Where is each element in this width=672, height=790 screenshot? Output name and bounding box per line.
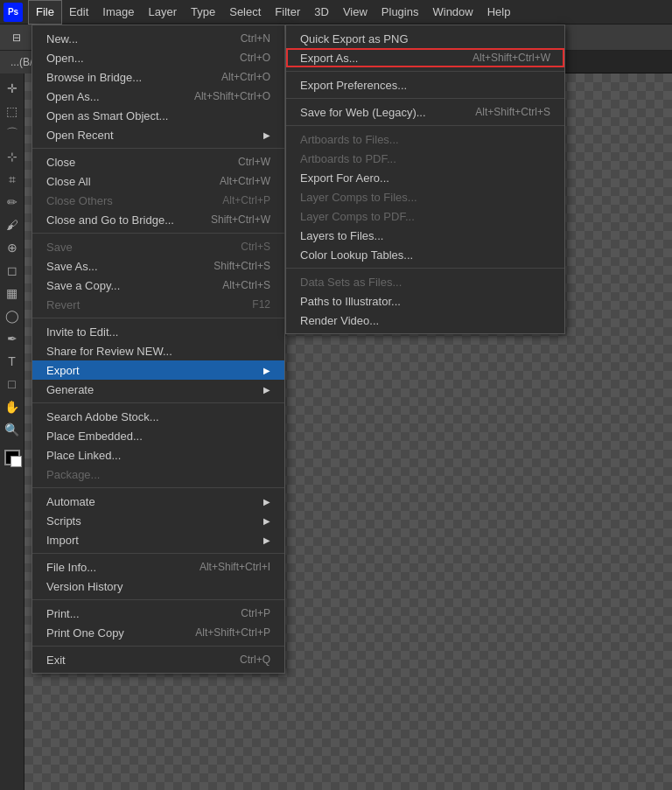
menu-export-label: Export [46, 364, 80, 377]
menu-print-label: Print... [46, 607, 80, 620]
menu-file-info[interactable]: File Info... Alt+Shift+Ctrl+I [32, 557, 284, 577]
menu-print-shortcut: Ctrl+P [241, 607, 270, 619]
menu-open[interactable]: Open... Ctrl+O [32, 48, 284, 67]
menu-save-copy-shortcut: Alt+Ctrl+S [222, 279, 270, 291]
tool-pen[interactable]: ✒ [3, 329, 22, 348]
export-save-web[interactable]: Save for Web (Legacy)... Alt+Shift+Ctrl+… [286, 102, 564, 122]
menu-close-others-shortcut: Alt+Ctrl+P [222, 194, 270, 206]
menu-image[interactable]: Image [95, 0, 141, 24]
menu-browse-bridge-shortcut: Alt+Ctrl+O [221, 71, 270, 83]
menu-open-as[interactable]: Open As... Alt+Shift+Ctrl+O [32, 87, 284, 106]
menu-save-copy[interactable]: Save a Copy... Alt+Ctrl+S [32, 276, 284, 295]
menu-new[interactable]: New... Ctrl+N [32, 29, 284, 48]
menu-save-as[interactable]: Save As... Shift+Ctrl+S [32, 256, 284, 276]
menu-import-label: Import [46, 534, 79, 547]
menu-scripts-arrow: ▶ [263, 516, 270, 526]
menu-view[interactable]: View [336, 0, 374, 24]
menu-import[interactable]: Import ▶ [32, 530, 284, 549]
menu-package-label: Package... [46, 468, 100, 481]
menu-save[interactable]: Save Ctrl+S [32, 237, 284, 256]
menu-file[interactable]: File [28, 0, 62, 24]
menu-open-smart-label: Open as Smart Object... [46, 109, 168, 122]
menu-help[interactable]: Help [480, 0, 518, 24]
menu-close-bridge-shortcut: Shift+Ctrl+W [211, 213, 270, 226]
tool-shape[interactable]: □ [3, 374, 22, 394]
menu-close-all-label: Close All [46, 175, 91, 188]
menu-close-others-label: Close Others [46, 194, 113, 207]
menu-close-bridge[interactable]: Close and Go to Bridge... Shift+Ctrl+W [32, 210, 284, 229]
menu-package[interactable]: Package... [32, 465, 284, 484]
menu-close[interactable]: Close Ctrl+W [32, 152, 284, 171]
menu-filter[interactable]: Filter [268, 0, 307, 24]
menu-type[interactable]: Type [184, 0, 222, 24]
menu-open-smart[interactable]: Open as Smart Object... [32, 106, 284, 125]
menu-invite-label: Invite to Edit... [46, 325, 118, 339]
menu-open-as-label: Open As... [46, 90, 100, 103]
menu-export[interactable]: Export ▶ [32, 360, 284, 380]
tool-move[interactable]: ✛ [3, 79, 22, 98]
menu-close-others[interactable]: Close Others Alt+Ctrl+P [32, 191, 284, 210]
tool-hand[interactable]: ✋ [3, 397, 22, 416]
menu-window[interactable]: Window [425, 0, 480, 24]
menu-close-shortcut: Ctrl+W [238, 156, 270, 168]
export-paths-illustrator[interactable]: Paths to Illustrator... [286, 291, 564, 311]
menu-automate[interactable]: Automate ▶ [32, 492, 284, 511]
export-submenu: Quick Export as PNG Export As... Alt+Shi… [285, 24, 565, 334]
menu-print-one[interactable]: Print One Copy Alt+Shift+Ctrl+P [32, 623, 284, 642]
tool-crop[interactable]: ⌗ [3, 170, 22, 189]
tool-zoom[interactable]: 🔍 [3, 420, 22, 439]
menu-plugins[interactable]: Plugins [374, 0, 426, 24]
menu-3d[interactable]: 3D [307, 0, 336, 24]
foreground-color[interactable] [4, 450, 20, 465]
menu-open-label: Open... [46, 52, 84, 65]
tool-dodge[interactable]: ◯ [3, 306, 22, 325]
menu-search-stock[interactable]: Search Adobe Stock... [32, 407, 284, 426]
export-color-lookup[interactable]: Color Lookup Tables... [286, 245, 564, 264]
menu-generate[interactable]: Generate ▶ [32, 380, 284, 399]
export-render-video[interactable]: Render Video... [286, 311, 564, 330]
menu-exit[interactable]: Exit Ctrl+Q [32, 650, 284, 669]
menu-layer[interactable]: Layer [142, 0, 185, 24]
menu-place-embedded[interactable]: Place Embedded... [32, 426, 284, 445]
menu-automate-arrow: ▶ [263, 497, 270, 507]
tool-eyedropper[interactable]: ✏ [3, 192, 22, 212]
export-preferences[interactable]: Export Preferences... [286, 75, 564, 94]
export-aero[interactable]: Export For Aero... [286, 168, 564, 187]
menu-select[interactable]: Select [222, 0, 268, 24]
sep-3 [32, 318, 284, 318]
tool-brush[interactable]: 🖌 [3, 215, 22, 234]
tool-magic-wand[interactable]: ⊹ [3, 147, 22, 166]
export-artboards-files[interactable]: Artboards to Files... [286, 129, 564, 149]
menu-close-all-shortcut: Alt+Ctrl+W [220, 175, 270, 187]
tool-lasso[interactable]: ⌒ [3, 124, 22, 143]
tool-clone[interactable]: ⊕ [3, 238, 22, 257]
menu-version-history[interactable]: Version History [32, 577, 284, 596]
menu-open-recent[interactable]: Open Recent ▶ [32, 125, 284, 144]
tool-gradient[interactable]: ▦ [3, 283, 22, 303]
menu-edit[interactable]: Edit [62, 0, 95, 24]
menu-version-history-label: Version History [46, 580, 122, 593]
menu-scripts[interactable]: Scripts ▶ [32, 511, 284, 530]
background-color[interactable] [10, 456, 22, 467]
toolbar-align-left[interactable]: ⊟ [7, 30, 26, 45]
export-layer-comps-files[interactable]: Layer Comps to Files... [286, 187, 564, 206]
menu-share-review[interactable]: Share for Review NEW... [32, 341, 284, 360]
export-layer-comps-pdf[interactable]: Layer Comps to PDF... [286, 206, 564, 226]
export-as[interactable]: Export As... Alt+Shift+Ctrl+W [286, 48, 564, 67]
export-quick-export[interactable]: Quick Export as PNG [286, 29, 564, 48]
menu-browse-bridge[interactable]: Browse in Bridge... Alt+Ctrl+O [32, 67, 284, 87]
tool-eraser[interactable]: ◻ [3, 261, 22, 280]
menu-open-as-shortcut: Alt+Shift+Ctrl+O [194, 90, 270, 102]
menu-revert[interactable]: Revert F12 [32, 295, 284, 314]
export-layers-files[interactable]: Layers to Files... [286, 226, 564, 245]
tool-select[interactable]: ⬚ [3, 101, 22, 121]
export-data-sets[interactable]: Data Sets as Files... [286, 272, 564, 291]
menu-place-linked[interactable]: Place Linked... [32, 445, 284, 465]
export-artboards-pdf[interactable]: Artboards to PDF... [286, 149, 564, 168]
sep-4 [32, 402, 284, 403]
menu-print[interactable]: Print... Ctrl+P [32, 604, 284, 623]
export-color-lookup-label: Color Lookup Tables... [300, 248, 413, 262]
tool-text[interactable]: T [3, 352, 22, 371]
menu-close-all[interactable]: Close All Alt+Ctrl+W [32, 171, 284, 191]
menu-invite[interactable]: Invite to Edit... [32, 322, 284, 341]
